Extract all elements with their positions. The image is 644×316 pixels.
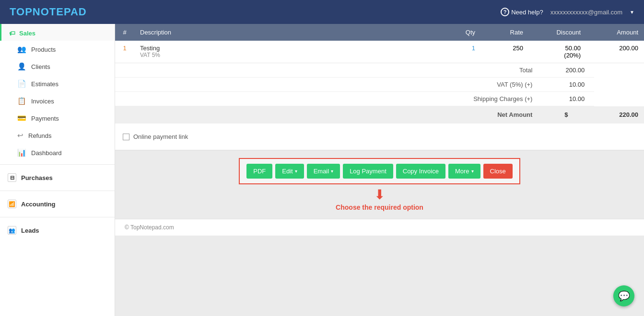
online-payment-label: Online payment link: [133, 133, 188, 140]
app-header: TopNotepad ? Need help? xxxxxxxxxxxx@gma…: [0, 0, 644, 24]
more-chevron: ▾: [471, 169, 474, 174]
clients-icon: 👤: [17, 62, 26, 71]
sidebar-divider-2: [0, 191, 115, 191]
col-description: Description: [134, 24, 433, 41]
log-payment-button[interactable]: Log Payment: [343, 164, 393, 179]
leads-collapse-icon: 👥: [8, 226, 16, 235]
row-qty: 1: [433, 41, 481, 63]
chat-icon: 💬: [618, 290, 630, 302]
hint-arrow: ⬇: [374, 188, 385, 202]
product-name: Testing: [140, 45, 427, 52]
net-row: Net Amount $ 220.00: [115, 106, 644, 124]
vat-label: VAT 5%: [140, 52, 427, 58]
email-chevron: ▾: [331, 169, 333, 174]
sidebar-section-leads[interactable]: 👥 Leads: [0, 220, 115, 240]
net-label: Net Amount: [115, 106, 538, 124]
sidebar-item-products[interactable]: 👥 Products: [0, 41, 115, 58]
sidebar-item-refunds[interactable]: ↩ Refunds: [0, 127, 115, 144]
help-label: Need help?: [511, 9, 543, 16]
vat-row: VAT (5%) (+) 10.00: [115, 78, 644, 92]
more-button[interactable]: More ▾: [448, 164, 480, 179]
total-label: Total: [115, 63, 538, 78]
email-button[interactable]: Email ▾: [307, 164, 340, 179]
sidebar-item-payments[interactable]: 💳 Payments: [0, 110, 115, 127]
estimates-label: Estimates: [31, 80, 59, 88]
vat-total-label: VAT (5%) (+): [115, 78, 538, 92]
shipping-label: Shipping Charges (+): [115, 92, 538, 106]
products-label: Products: [31, 46, 56, 53]
shipping-value: 10.00: [538, 92, 594, 106]
pdf-button[interactable]: PDF: [246, 164, 272, 179]
row-amount: 200.00: [586, 41, 644, 63]
row-discount: 50.00 (20%): [529, 41, 586, 63]
total-row: Total 200.00: [115, 63, 644, 78]
online-payment-section: Online payment link: [115, 124, 644, 150]
payments-label: Payments: [31, 115, 59, 122]
footer: © TopNotepad.com: [115, 219, 644, 236]
footer-text: © TopNotepad.com: [125, 224, 174, 231]
copy-invoice-button[interactable]: Copy Invoice: [396, 164, 445, 179]
app-logo: TopNotepad: [10, 6, 87, 18]
help-icon: ?: [501, 8, 509, 16]
chat-button[interactable]: 💬: [613, 285, 634, 306]
col-rate: Rate: [481, 24, 529, 41]
sidebar-section-purchases[interactable]: ⊟ Purchases: [0, 168, 115, 188]
purchases-collapse-icon: ⊟: [8, 173, 16, 182]
sidebar-divider-3: [0, 217, 115, 217]
main-content: # Description Qty Rate Discount Amount 1: [115, 24, 644, 316]
dashboard-icon: 📊: [17, 148, 26, 157]
sidebar: 🏷 Sales 👥 Products 👤 Clients 📄 Estimates…: [0, 24, 115, 316]
total-value: 200.00: [538, 63, 594, 78]
accounting-collapse-icon: 📶: [8, 200, 16, 208]
edit-chevron: ▾: [295, 169, 297, 174]
edit-button[interactable]: Edit ▾: [275, 164, 304, 179]
estimates-icon: 📄: [17, 79, 26, 88]
app-layout: 🏷 Sales 👥 Products 👤 Clients 📄 Estimates…: [0, 24, 644, 316]
invoice-panel: # Description Qty Rate Discount Amount 1: [115, 24, 644, 150]
sidebar-item-invoices[interactable]: 📋 Invoices: [0, 92, 115, 110]
invoices-label: Invoices: [31, 98, 54, 105]
refunds-icon: ↩: [17, 131, 23, 140]
user-menu-chevron[interactable]: ▼: [630, 10, 634, 15]
sales-label: Sales: [19, 30, 35, 37]
totals-table: Total 200.00 VAT (5%) (+) 10.00 Shipping…: [115, 63, 644, 124]
net-currency: $: [538, 106, 594, 124]
online-payment-checkbox[interactable]: [123, 134, 129, 140]
action-area: PDF Edit ▾ Email ▾ Log Payment Copy Invo…: [115, 150, 644, 219]
sidebar-item-estimates[interactable]: 📄 Estimates: [0, 75, 115, 92]
user-email[interactable]: xxxxxxxxxxxx@gmail.com: [550, 9, 622, 16]
payments-icon: 💳: [17, 114, 26, 123]
header-right: ? Need help? xxxxxxxxxxxx@gmail.com ▼: [501, 8, 634, 16]
sidebar-item-dashboard[interactable]: 📊 Dashboard: [0, 144, 115, 161]
row-rate: 250: [481, 41, 529, 63]
logo-notepad: Notepad: [33, 6, 87, 18]
col-amount: Amount: [586, 24, 644, 41]
sidebar-section-sales[interactable]: 🏷 Sales: [0, 24, 115, 41]
row-description: Testing VAT 5%: [134, 41, 433, 63]
net-value: 220.00: [594, 106, 644, 124]
logo-top: Top: [10, 6, 33, 18]
hint-section: ⬇ Choose the required option: [336, 188, 423, 211]
purchases-label: Purchases: [21, 174, 53, 181]
shipping-row: Shipping Charges (+) 10.00: [115, 92, 644, 106]
refunds-label: Refunds: [28, 132, 51, 139]
clients-label: Clients: [31, 63, 50, 70]
close-button[interactable]: Close: [483, 164, 513, 179]
sidebar-item-clients[interactable]: 👤 Clients: [0, 58, 115, 75]
sidebar-section-accounting[interactable]: 📶 Accounting: [0, 194, 115, 214]
products-icon: 👥: [17, 45, 26, 54]
col-num: #: [115, 24, 134, 41]
sidebar-divider-1: [0, 164, 115, 165]
col-qty: Qty: [433, 24, 481, 41]
dashboard-label: Dashboard: [31, 149, 62, 157]
hint-text: Choose the required option: [336, 203, 423, 211]
sales-icon: 🏷: [9, 30, 15, 37]
row-num: 1: [115, 41, 134, 63]
col-discount: Discount: [529, 24, 586, 41]
action-buttons-wrapper: PDF Edit ▾ Email ▾ Log Payment Copy Invo…: [239, 158, 520, 184]
invoice-table: # Description Qty Rate Discount Amount 1: [115, 24, 644, 63]
leads-label: Leads: [21, 227, 39, 234]
table-row: 1 Testing VAT 5% 1 250 50.00 (20%) 200.0…: [115, 41, 644, 63]
invoices-icon: 📋: [17, 97, 26, 105]
help-link[interactable]: ? Need help?: [501, 8, 543, 16]
